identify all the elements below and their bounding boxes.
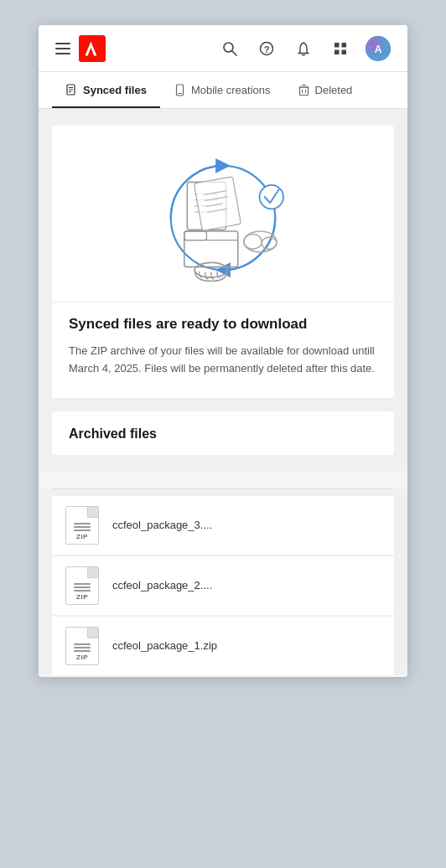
deleted-tab-icon xyxy=(298,84,310,96)
zip-file-icon-2: ZIP xyxy=(65,566,99,605)
adobe-logo-icon[interactable] xyxy=(79,35,106,62)
archived-files-title: Archived files xyxy=(69,426,377,442)
header-right: ? xyxy=(218,36,391,61)
grid-apps-button[interactable] xyxy=(329,37,352,60)
svg-rect-35 xyxy=(184,231,207,240)
tab-deleted[interactable]: Deleted xyxy=(284,72,366,108)
hamburger-menu-icon[interactable] xyxy=(55,43,70,54)
tab-synced-files[interactable]: Synced files xyxy=(52,72,160,108)
file-item-3[interactable]: ZIP ccfeol_package_1.zip xyxy=(52,617,394,675)
file-list-divider xyxy=(52,488,394,489)
zip-lines-2 xyxy=(74,583,91,592)
zip-label-3: ZIP xyxy=(76,654,88,661)
file-name-3: ccfeol_package_1.zip xyxy=(112,639,217,652)
svg-rect-29 xyxy=(194,177,241,230)
info-section: Synced files are ready to download The Z… xyxy=(52,302,394,398)
file-item-1[interactable]: ZIP ccfeol_package_3.... xyxy=(52,496,394,555)
svg-rect-18 xyxy=(299,87,308,96)
file-item-2[interactable]: ZIP ccfeol_package_2.... xyxy=(52,556,394,615)
zip-label-1: ZIP xyxy=(76,533,88,540)
sync-illustration xyxy=(148,151,298,285)
svg-text:A: A xyxy=(375,43,382,54)
svg-rect-8 xyxy=(334,49,340,54)
zip-label-2: ZIP xyxy=(76,593,88,601)
file-list: ZIP ccfeol_package_3.... ZIP ccfeol_pack… xyxy=(39,488,407,675)
header: ? xyxy=(39,25,407,72)
header-left xyxy=(55,35,106,62)
svg-point-38 xyxy=(244,235,262,250)
mobile-creations-tab-icon xyxy=(174,84,186,96)
illustration-area xyxy=(52,126,394,302)
help-button[interactable]: ? xyxy=(255,37,278,60)
svg-point-40 xyxy=(260,185,283,209)
archived-files-card: Archived files xyxy=(52,411,394,455)
app-window: ? xyxy=(39,25,407,677)
main-content: Synced files are ready to download The Z… xyxy=(39,109,407,472)
svg-text:?: ? xyxy=(264,44,270,54)
tab-mobile-creations[interactable]: Mobile creations xyxy=(160,72,284,108)
sync-info-card: Synced files are ready to download The Z… xyxy=(52,126,394,398)
tabs-bar: Synced files Mobile creations Deleted xyxy=(39,72,407,109)
user-avatar[interactable]: A xyxy=(366,36,391,61)
svg-rect-9 xyxy=(342,49,347,54)
search-button[interactable] xyxy=(218,37,241,60)
zip-file-icon-1: ZIP xyxy=(65,506,99,545)
zip-lines-3 xyxy=(74,643,91,652)
svg-point-2 xyxy=(224,43,233,52)
tab-deleted-label: Deleted xyxy=(315,84,353,96)
svg-rect-7 xyxy=(342,43,347,48)
tab-synced-label: Synced files xyxy=(83,84,147,96)
svg-rect-34 xyxy=(184,231,238,267)
zip-lines xyxy=(74,523,91,531)
zip-file-icon-3: ZIP xyxy=(65,627,99,665)
synced-files-tab-icon xyxy=(65,84,78,96)
file-name-1: ccfeol_package_3.... xyxy=(112,519,212,531)
svg-line-3 xyxy=(232,51,236,55)
svg-rect-6 xyxy=(334,43,340,48)
notifications-button[interactable] xyxy=(292,37,315,60)
file-name-2: ccfeol_package_2.... xyxy=(112,579,212,592)
sync-description: The ZIP archive of your files will be av… xyxy=(69,343,377,378)
sync-ready-title: Synced files are ready to download xyxy=(69,316,377,333)
tab-mobile-label: Mobile creations xyxy=(191,84,271,96)
